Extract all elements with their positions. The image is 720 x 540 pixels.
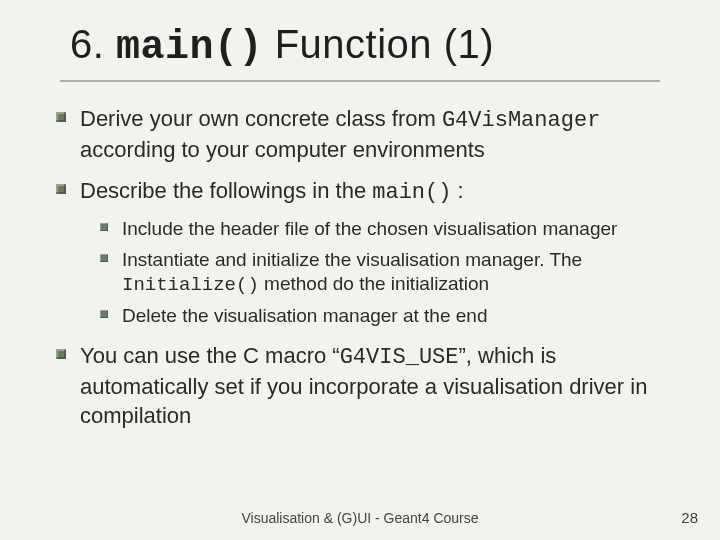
bullet-1-text-b: according to your computer environments — [80, 137, 485, 162]
title-mono: main() — [116, 25, 263, 70]
bullet-list-level1: Derive your own concrete class from G4Vi… — [80, 104, 680, 430]
bullet-3: You can use the C macro “G4VIS_USE”, whi… — [80, 341, 680, 430]
sub-bullet-2-mono: Initialize() — [122, 274, 259, 296]
bullet-3-text-a: You can use the C macro “ — [80, 343, 340, 368]
sub-bullet-2-text-b: method do the initialization — [259, 273, 489, 294]
sub-bullet-3: Delete the visualisation manager at the … — [122, 304, 680, 329]
sub-bullet-3-text: Delete the visualisation manager at the … — [122, 305, 487, 326]
sub-bullet-1: Include the header file of the chosen vi… — [122, 217, 680, 242]
slide-body: Derive your own concrete class from G4Vi… — [0, 104, 720, 430]
slide-title: 6. main() Function (1) — [0, 0, 720, 76]
sub-bullet-1-text: Include the header file of the chosen vi… — [122, 218, 617, 239]
title-underline — [60, 80, 660, 82]
title-prefix: 6. — [70, 22, 116, 66]
bullet-1-mono: G4VisManager — [442, 108, 600, 133]
bullet-1: Derive your own concrete class from G4Vi… — [80, 104, 680, 164]
title-suffix: Function (1) — [263, 22, 494, 66]
bullet-1-text-a: Derive your own concrete class from — [80, 106, 442, 131]
bullet-2-mono: main() — [372, 180, 451, 205]
bullet-2-text-a: Describe the followings in the — [80, 178, 372, 203]
sub-bullet-2: Instantiate and initialize the visualisa… — [122, 248, 680, 298]
sub-bullet-2-text-a: Instantiate and initialize the visualisa… — [122, 249, 582, 270]
bullet-3-mono: G4VIS_USE — [340, 345, 459, 370]
footer-text: Visualisation & (G)UI - Geant4 Course — [0, 510, 720, 526]
page-number: 28 — [681, 509, 698, 526]
bullet-2-text-b: : — [451, 178, 463, 203]
bullet-list-level2: Include the header file of the chosen vi… — [122, 217, 680, 329]
bullet-2: Describe the followings in the main() : … — [80, 176, 680, 329]
slide: 6. main() Function (1) Derive your own c… — [0, 0, 720, 540]
